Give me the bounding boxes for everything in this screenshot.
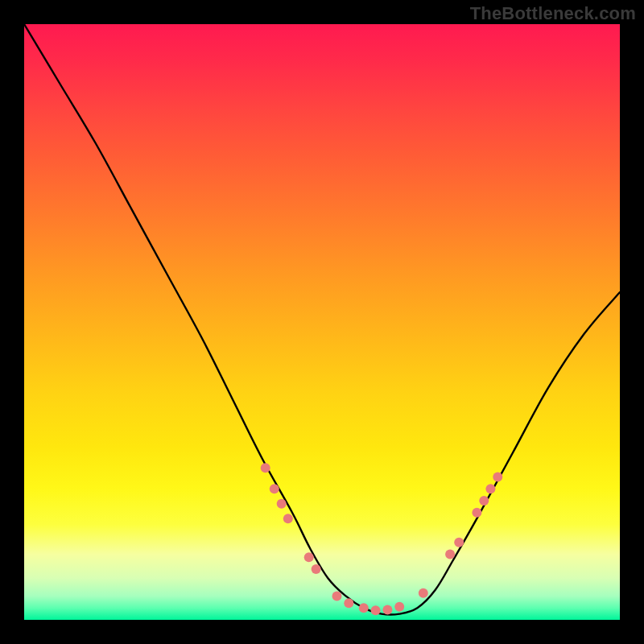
plot-background	[24, 24, 620, 620]
chart-frame: TheBottleneck.com	[0, 0, 644, 644]
watermark-text: TheBottleneck.com	[470, 3, 636, 24]
